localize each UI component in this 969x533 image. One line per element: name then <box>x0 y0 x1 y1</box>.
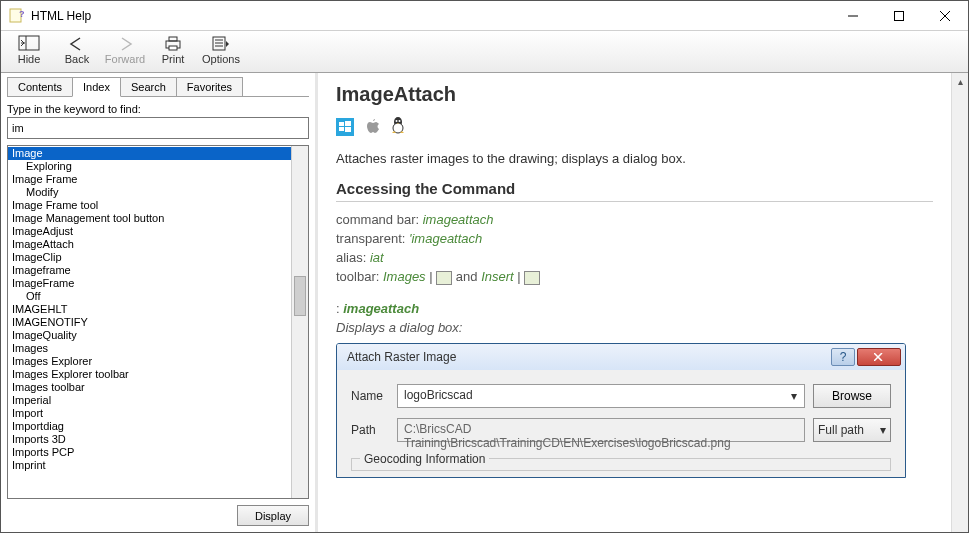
svg-text:?: ? <box>19 9 25 19</box>
path-mode-combobox[interactable]: Full path▾ <box>813 418 891 442</box>
close-button[interactable] <box>922 1 968 30</box>
page-title: ImageAttach <box>336 83 933 106</box>
display-button[interactable]: Display <box>237 505 309 526</box>
index-item[interactable]: Imprint <box>8 459 291 472</box>
toolbar-icon-images <box>436 271 452 285</box>
svg-rect-10 <box>169 46 177 50</box>
index-item[interactable]: Import <box>8 407 291 420</box>
linux-icon <box>390 116 406 137</box>
index-list[interactable]: ImageExploringImage FrameModifyImage Fra… <box>8 146 291 498</box>
index-item[interactable]: ImageAdjust <box>8 225 291 238</box>
scroll-up-icon[interactable]: ▴ <box>952 73 968 90</box>
index-item[interactable]: Images toolbar <box>8 381 291 394</box>
index-item[interactable]: Image <box>8 147 291 160</box>
index-item[interactable]: Imports PCP <box>8 446 291 459</box>
index-item[interactable]: Modify <box>8 186 291 199</box>
content-scrollbar[interactable]: ▴ <box>951 73 968 532</box>
svg-point-22 <box>399 120 401 122</box>
transparent-row: transparent: 'imageattach <box>336 231 933 246</box>
dialog-help-button[interactable]: ? <box>831 348 855 366</box>
attach-raster-dialog: Attach Raster Image ? Name logoBricscad▾… <box>336 343 906 478</box>
keyword-input[interactable] <box>7 117 309 139</box>
nav-tabs: Contents Index Search Favorites <box>7 77 309 97</box>
index-item[interactable]: Imports 3D <box>8 433 291 446</box>
dialog-title: Attach Raster Image <box>347 350 831 364</box>
options-button[interactable]: Options <box>197 33 245 65</box>
index-item[interactable]: Imperial <box>8 394 291 407</box>
tab-search[interactable]: Search <box>120 77 177 97</box>
chevron-down-icon: ▾ <box>880 423 886 437</box>
path-label: Path <box>351 423 397 437</box>
os-icons <box>336 116 933 137</box>
index-item[interactable]: Images Explorer <box>8 355 291 368</box>
toolbar-row: toolbar: Images | and Insert | <box>336 269 933 285</box>
name-label: Name <box>351 389 397 403</box>
svg-rect-15 <box>339 122 344 126</box>
index-item[interactable]: Image Frame <box>8 173 291 186</box>
toolbar-icon-insert <box>524 271 540 285</box>
maximize-button[interactable] <box>876 1 922 30</box>
svg-rect-17 <box>339 127 344 131</box>
svg-point-21 <box>396 120 398 122</box>
svg-rect-9 <box>169 37 177 41</box>
tab-contents[interactable]: Contents <box>7 77 73 97</box>
toolbar: Hide Back Forward Print Options <box>1 31 968 73</box>
svg-rect-16 <box>345 121 351 126</box>
apple-icon <box>364 116 380 137</box>
nav-pane: Contents Index Search Favorites Type in … <box>1 73 318 532</box>
content-pane: ImageAttach Attaches raster images to th… <box>318 73 951 532</box>
index-item[interactable]: ImageFrame <box>8 277 291 290</box>
index-item[interactable]: Imageframe <box>8 264 291 277</box>
index-item[interactable]: Off <box>8 290 291 303</box>
section-heading: Accessing the Command <box>336 180 933 202</box>
index-item[interactable]: Importdiag <box>8 420 291 433</box>
alias-row: alias: iat <box>336 250 933 265</box>
windows-icon <box>336 118 354 136</box>
print-button[interactable]: Print <box>149 33 197 65</box>
index-item[interactable]: IMAGENOTIFY <box>8 316 291 329</box>
index-item[interactable]: Images Explorer toolbar <box>8 368 291 381</box>
index-item[interactable]: IMAGEHLT <box>8 303 291 316</box>
path-field: C:\BricsCAD Training\Bricscad\TrainingCD… <box>397 418 805 442</box>
window-title: HTML Help <box>31 9 830 23</box>
command-row: : imageattach <box>336 301 933 316</box>
tab-favorites[interactable]: Favorites <box>176 77 243 97</box>
browse-button[interactable]: Browse <box>813 384 891 408</box>
tab-index[interactable]: Index <box>72 77 121 97</box>
geocoding-group: Geocoding Information <box>351 452 891 471</box>
svg-rect-18 <box>345 127 351 132</box>
svg-rect-3 <box>895 11 904 20</box>
back-button[interactable]: Back <box>53 33 101 65</box>
index-item[interactable]: ImageClip <box>8 251 291 264</box>
index-item[interactable]: Images <box>8 342 291 355</box>
keyword-label: Type in the keyword to find: <box>7 103 309 115</box>
hide-button[interactable]: Hide <box>5 33 53 65</box>
index-item[interactable]: Image Frame tool <box>8 199 291 212</box>
index-item[interactable]: ImageAttach <box>8 238 291 251</box>
name-combobox[interactable]: logoBricscad▾ <box>397 384 805 408</box>
forward-button[interactable]: Forward <box>101 33 149 65</box>
index-scrollbar[interactable] <box>291 146 308 498</box>
help-app-icon: ? <box>9 8 25 24</box>
index-item[interactable]: ImageQuality <box>8 329 291 342</box>
intro-text: Attaches raster images to the drawing; d… <box>336 151 933 166</box>
dialog-close-button[interactable] <box>857 348 901 366</box>
chevron-down-icon: ▾ <box>786 387 802 405</box>
command-bar-row: command bar: imageattach <box>336 212 933 227</box>
minimize-button[interactable] <box>830 1 876 30</box>
index-item[interactable]: Image Management tool button <box>8 212 291 225</box>
index-item[interactable]: Exploring <box>8 160 291 173</box>
displays-row: Displays a dialog box: <box>336 320 933 335</box>
titlebar: ? HTML Help <box>1 1 968 31</box>
